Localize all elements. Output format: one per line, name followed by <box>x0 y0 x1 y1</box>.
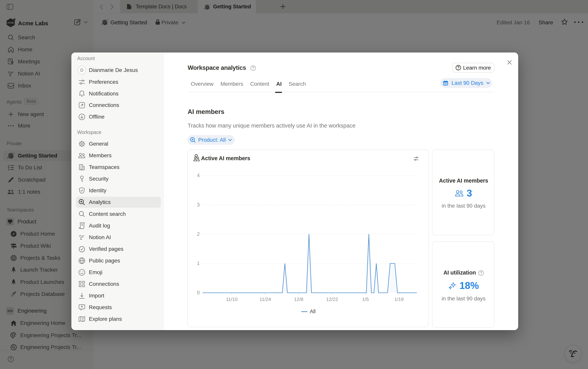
svg-text:4: 4 <box>197 173 200 178</box>
svg-text:11/10: 11/10 <box>226 297 237 302</box>
svg-text:1/19: 1/19 <box>394 297 403 302</box>
svg-text:1/5: 1/5 <box>362 297 369 302</box>
svg-text:12/22: 12/22 <box>326 297 338 302</box>
svg-text:1: 1 <box>197 260 200 266</box>
svg-text:11/24: 11/24 <box>259 297 271 302</box>
svg-text:12/8: 12/8 <box>294 297 303 302</box>
svg-text:All: All <box>310 308 316 314</box>
svg-text:2: 2 <box>197 231 200 237</box>
svg-text:3: 3 <box>197 202 200 207</box>
svg-text:0: 0 <box>197 290 200 295</box>
